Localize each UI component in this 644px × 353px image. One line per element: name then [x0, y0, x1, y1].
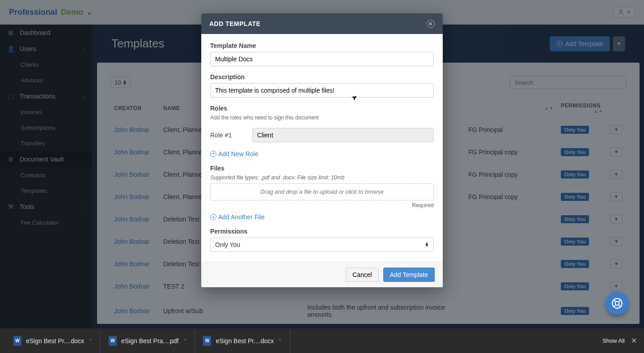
file-dropzone[interactable]: Drag and drop a file to upload or click …: [210, 183, 434, 200]
permissions-value: Only You: [215, 241, 240, 248]
template-name-label: Template Name: [210, 42, 434, 49]
required-label: Required: [210, 202, 434, 208]
pdf-file-icon: [109, 336, 117, 346]
download-item[interactable]: eSign Best Pr....docx ⌃: [5, 328, 101, 353]
description-input[interactable]: [210, 83, 434, 98]
lifebuoy-icon: [611, 298, 623, 309]
files-sublabel: Supported file types: .pdf and .docx. Fi…: [210, 174, 434, 181]
download-item[interactable]: eSign Best Pra....pdf ⌃: [101, 328, 195, 353]
roles-sublabel: Add the roles who need to sign this docu…: [210, 115, 434, 121]
download-filename: eSign Best Pra....pdf: [121, 337, 178, 344]
help-button[interactable]: [606, 292, 629, 315]
role-1-input[interactable]: [252, 128, 434, 142]
download-filename: eSign Best Pr....docx: [216, 337, 274, 344]
description-label: Description: [210, 73, 434, 81]
show-all-link[interactable]: Show All: [602, 337, 625, 344]
svg-line-5: [619, 300, 621, 302]
svg-line-6: [614, 305, 616, 307]
download-item[interactable]: eSign Best Pr....docx ⌃: [195, 328, 290, 353]
modal-title: ADD TEMPLATE: [209, 20, 261, 27]
downloads-bar: eSign Best Pr....docx ⌃ eSign Best Pra..…: [0, 328, 644, 353]
cancel-button[interactable]: Cancel: [346, 268, 379, 282]
svg-line-4: [619, 305, 621, 307]
template-name-input[interactable]: [210, 52, 434, 66]
docx-file-icon: [13, 336, 21, 346]
svg-line-3: [614, 300, 616, 302]
plus-icon: +: [210, 151, 216, 157]
add-new-role-link[interactable]: + Add New Role: [210, 150, 258, 157]
chevron-up-icon[interactable]: ⌃: [183, 338, 186, 343]
modal-header: ADD TEMPLATE ✕: [201, 13, 443, 34]
svg-point-2: [615, 302, 619, 306]
roles-label: Roles: [210, 105, 434, 112]
files-label: Files: [210, 165, 434, 172]
close-downloads-icon[interactable]: ✕: [631, 336, 637, 345]
submit-add-template-button[interactable]: Add Template: [383, 268, 435, 282]
download-filename: eSign Best Pr....docx: [26, 337, 84, 344]
add-template-modal: ADD TEMPLATE ✕ Template Name Description…: [201, 13, 443, 287]
select-arrows-icon: ▲▼: [425, 242, 429, 247]
close-icon[interactable]: ✕: [427, 20, 435, 28]
role-1-label: Role #1: [210, 132, 246, 139]
docx-file-icon: [203, 336, 211, 346]
chevron-up-icon[interactable]: ⌃: [278, 338, 282, 343]
add-another-file-link[interactable]: + Add Another File: [210, 213, 265, 221]
plus-icon: +: [210, 214, 216, 220]
chevron-up-icon[interactable]: ⌃: [89, 338, 92, 343]
permissions-label: Permissions: [210, 228, 434, 235]
permissions-select[interactable]: Only You ▲▼: [210, 238, 434, 252]
